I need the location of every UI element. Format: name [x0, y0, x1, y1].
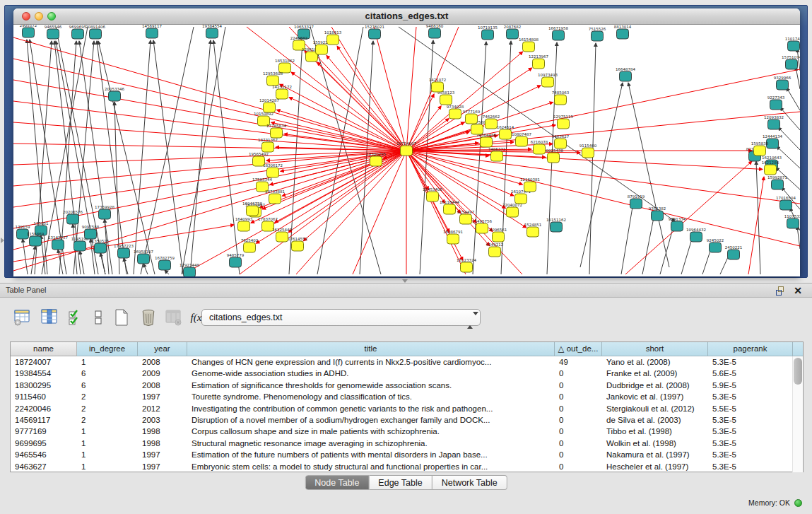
graph-node[interactable]: 15751074	[782, 55, 800, 70]
table-row[interactable]: 2242004622012Investigating the contribut…	[11, 403, 803, 414]
graph-node[interactable]: 9245022	[707, 238, 724, 253]
collapse-arrow-icon[interactable]	[1, 238, 4, 243]
graph-node[interactable]: 15992871	[767, 175, 787, 190]
graph-node[interactable]: 10807487	[512, 132, 531, 147]
column-header-title[interactable]: title	[187, 342, 555, 356]
graph-node[interactable]: 10719135	[478, 25, 498, 40]
graph-node[interactable]: 16154808	[519, 37, 539, 52]
graph-node[interactable]: 16648784	[616, 67, 635, 82]
graph-node[interactable]: 8096561	[490, 228, 507, 243]
unselect-all-columns-icon[interactable]	[89, 308, 109, 327]
table-vertical-scrollbar[interactable]	[792, 356, 803, 472]
graph-node[interactable]: 20206576	[63, 210, 83, 225]
graph-node[interactable]: 9466160	[426, 25, 444, 38]
tab-node-table[interactable]: Node Table	[305, 475, 369, 490]
graph-node[interactable]: 9841334	[669, 217, 686, 232]
column-header-out_de[interactable]: △ out_de...	[555, 342, 602, 356]
graph-node[interactable]: 13142757	[48, 235, 68, 250]
graph-node[interactable]: 22040072	[502, 203, 522, 218]
graph-node[interactable]: 2905572	[20, 25, 37, 37]
tab-edge-table[interactable]: Edge Table	[369, 475, 432, 490]
table-row[interactable]: 1456911722003Disruption of a novel membe…	[11, 414, 803, 426]
graph-node[interactable]: 9351382	[649, 206, 666, 221]
graph-node[interactable]: 20891406	[86, 25, 105, 39]
graph-node[interactable]: 8813014	[614, 25, 632, 39]
svg-text:139159: 139159	[16, 225, 30, 229]
zoom-window-button[interactable]	[47, 12, 56, 21]
graph-node[interactable]: 16671958	[548, 26, 568, 41]
column-header-pagerank[interactable]: pagerank	[708, 342, 793, 356]
graph-node[interactable]: 7485063	[552, 90, 570, 105]
column-header-in_degree[interactable]: in_degree	[77, 342, 138, 356]
window-titlebar[interactable]: citations_edges.txt	[13, 8, 800, 25]
graph-node[interactable]: 15276021	[365, 25, 384, 39]
graph-node[interactable]: 8791919	[628, 194, 645, 209]
graph-node[interactable]: 9463627	[552, 134, 570, 149]
graph-node[interactable]: 1101744	[785, 37, 800, 52]
network-canvas[interactable]: 2905572946554696996952089140614569117193…	[13, 25, 800, 276]
graph-node[interactable]: 7462662	[483, 115, 500, 129]
table-row[interactable]: 977716911998Corpus callosum shape and si…	[11, 426, 803, 437]
tab-network-table[interactable]: Network Table	[433, 475, 507, 490]
graph-node[interactable]: 1524851	[524, 223, 542, 238]
graph-node[interactable]: 9485779	[227, 253, 245, 268]
graph-node[interactable]: 9558123	[437, 90, 455, 105]
graph-node[interactable]: 17785834	[266, 124, 286, 139]
graph-node[interactable]: 17957223	[114, 244, 134, 259]
select-all-columns-icon[interactable]	[66, 308, 86, 327]
graph-node[interactable]: 9329966	[774, 76, 792, 90]
graph-node[interactable]: 12953608	[263, 71, 283, 86]
graph-node[interactable]: 10025438	[543, 148, 563, 163]
column-header-short[interactable]: short	[602, 342, 708, 356]
table-row[interactable]: 1830029562008Estimation of significance …	[11, 380, 803, 391]
graph-node[interactable]: 20053346	[105, 87, 124, 102]
graph-node[interactable]: 14252172	[272, 85, 292, 100]
graph-node[interactable]: 1421072	[429, 78, 447, 93]
graph-node[interactable]: 1640993	[235, 217, 253, 232]
close-window-button[interactable]	[22, 12, 30, 21]
graph-node[interactable]: 7625402	[241, 238, 259, 253]
graph-node[interactable]: 1018613	[324, 30, 342, 45]
graph-node[interactable]: 16086791	[443, 230, 463, 245]
graph-node[interactable]: 1595838	[751, 141, 769, 156]
table-row[interactable]: 1938455462009Genome-wide association stu…	[11, 368, 803, 379]
table-row[interactable]: 969969511998Structural magnetic resonanc…	[11, 438, 803, 449]
table-row[interactable]: 1872400712008Changes of HCN gene express…	[11, 356, 803, 368]
column-header-year[interactable]: year	[138, 342, 187, 356]
table-mode-icon[interactable]	[13, 308, 33, 327]
graph-node[interactable]: 14569117	[142, 25, 162, 38]
column-header-name[interactable]: name	[11, 342, 77, 356]
delete-column-trash-icon[interactable]	[139, 308, 158, 327]
graph-node[interactable]: 19384554	[202, 25, 222, 38]
float-panel-icon[interactable]	[776, 286, 785, 296]
graph-node[interactable]: 2450221	[725, 245, 743, 260]
graph-node[interactable]: 9227343	[767, 95, 785, 110]
graph-node[interactable]: 9549212	[486, 243, 504, 257]
graph-node[interactable]: 12093832	[764, 115, 784, 130]
minimize-window-button[interactable]	[35, 12, 43, 21]
graph-node[interactable]: 9734028	[447, 105, 464, 119]
graph-node[interactable]: 18731367	[258, 138, 278, 153]
graph-node[interactable]: 10964432	[686, 228, 706, 243]
close-panel-icon[interactable]: ✕	[794, 285, 802, 296]
scrollbar-thumb[interactable]	[794, 358, 802, 385]
table-selector-dropdown[interactable]: citations_edges.txt	[201, 309, 481, 326]
show-columns-icon[interactable]	[40, 308, 59, 327]
graph-node[interactable]: 12975115	[553, 115, 573, 129]
graph-node[interactable]: 9699695	[69, 25, 87, 39]
graph-node[interactable]: 1107533	[784, 214, 800, 229]
memory-status-indicator[interactable]	[794, 499, 802, 507]
table-row[interactable]: 911546021997Tourette syndrome. Phenomeno…	[11, 391, 803, 402]
svg-text:14569117: 14569117	[142, 25, 162, 28]
graph-node[interactable]: 9465546	[45, 25, 62, 39]
graph-node[interactable]: 12213967	[529, 54, 548, 69]
graph-node[interactable]: 7515526	[589, 27, 606, 42]
table-row[interactable]: 946362711997Embryonic stem cells: a mode…	[11, 461, 803, 472]
table-row[interactable]: 946554611997Estimation of the future num…	[11, 449, 803, 460]
new-column-icon[interactable]	[112, 308, 131, 327]
graph-node[interactable]: 7486372	[488, 147, 506, 162]
graph-node[interactable]: 16782759	[155, 256, 175, 271]
svg-text:9329966: 9329966	[774, 76, 792, 80]
graph-node[interactable]: 12014287	[259, 98, 279, 113]
graph-node[interactable]: 18306172	[263, 163, 283, 178]
